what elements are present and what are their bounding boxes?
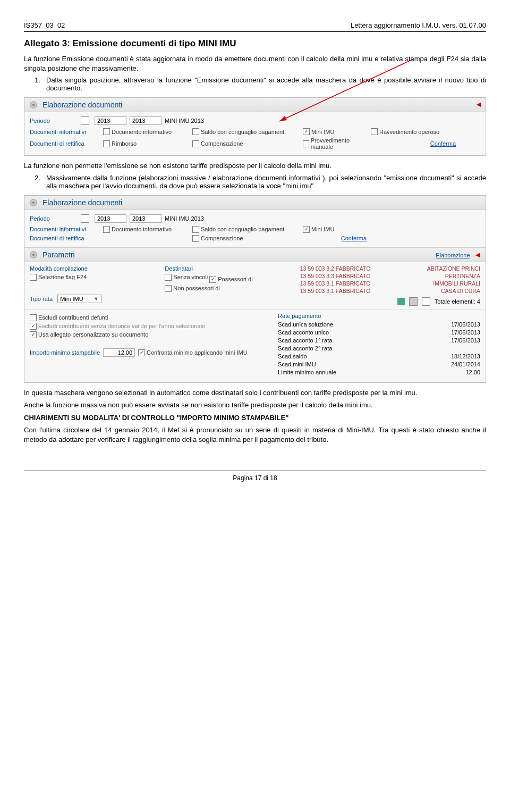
modalita-label: Modalità compilazione: [30, 265, 158, 272]
cb-saldo-conguaglio[interactable]: Saldo con conguaglio pagamenti: [192, 128, 299, 135]
year-to[interactable]: 2013: [130, 116, 162, 125]
screenshot-elaborazione-1: Elaborazione documenti ◄ Periodo 2013 20…: [24, 97, 486, 156]
step1-num: 1.: [35, 76, 46, 92]
doc-code: IS357_03_02: [24, 21, 65, 29]
doc-version: Lettera aggiornamento I.M.U. vers. 01.07…: [351, 21, 486, 29]
svg-point-7: [32, 253, 35, 256]
totale-elementi: Totale elementi: 4: [435, 298, 480, 305]
svg-point-5: [32, 201, 35, 204]
cb-provvedimento[interactable]: Provvedimento manuale: [303, 137, 367, 150]
destinatari-label: Destinatari: [165, 265, 293, 272]
grid-icon[interactable]: [409, 297, 418, 306]
cb-rimborso[interactable]: Rimborso: [103, 140, 188, 147]
svg-point-3: [32, 104, 35, 106]
cb-documento-informativo[interactable]: Documento informativo: [103, 128, 188, 135]
gear-icon: [29, 198, 38, 207]
cb-compensazione[interactable]: Compensazione: [192, 140, 299, 147]
cb-senza-vincoli[interactable]: Senza vincoli: [165, 274, 208, 281]
gear-icon: [29, 250, 38, 259]
elaborazione-link[interactable]: Elaborazione: [436, 252, 470, 258]
panel-title: Elaborazione documenti: [42, 198, 122, 207]
docinf-label: Documenti informativi: [30, 226, 99, 232]
importo-label: Importo minimo stampabile: [30, 349, 100, 356]
panel-title: Elaborazione documenti: [42, 101, 122, 109]
cb-escludi-defunti[interactable]: Escludi contribuenti defunti: [30, 314, 273, 321]
step1-text: Dalla singola posizione, attraverso la f…: [46, 76, 486, 92]
cb-compensazione[interactable]: Compensazione: [192, 235, 299, 242]
periodo-label: Periodo: [30, 118, 78, 124]
conferma-link[interactable]: Conferma: [371, 140, 456, 147]
fabbricati-list: 13 59 003 3.2 FABBRICATOABITAZIONE PRINC…: [300, 265, 480, 306]
importo-input[interactable]: 12,00: [103, 348, 135, 357]
para-destinatari: In questa maschera vengono selezionati i…: [24, 388, 486, 398]
docrett-label: Documenti di rettifica: [30, 235, 99, 241]
cb-confronta-minimo[interactable]: Confronta minimo applicando mini IMU: [138, 349, 248, 356]
year-from[interactable]: 2013: [95, 214, 126, 223]
page-footer: Pagina 17 di 18: [24, 471, 486, 482]
doc-icon[interactable]: [422, 297, 430, 306]
gear-icon: [29, 100, 38, 110]
run-icon[interactable]: ◄: [474, 250, 481, 259]
parametri-title: Parametri: [42, 250, 75, 259]
docrett-label: Documenti di rettifica: [30, 140, 99, 147]
year-from[interactable]: 2013: [95, 116, 126, 125]
step2-text: Massivamente dalla funzione (elaborazion…: [46, 174, 486, 190]
docinf-label: Documenti informativi: [30, 129, 99, 135]
cb-usa-allegato[interactable]: Usa allegato personalizzato su documento: [30, 331, 273, 338]
conferma-link[interactable]: Conferma: [303, 235, 367, 241]
periodo-desc: MINI IMU 2013: [165, 118, 480, 124]
cb-selezione-flag[interactable]: Selezione flag F24: [30, 274, 87, 281]
cb-documento-informativo[interactable]: Documento informativo: [103, 226, 188, 233]
tiporata-label: Tipo rata: [30, 296, 53, 302]
cb-mini-imu[interactable]: Mini IMU: [303, 128, 367, 135]
tiporata-dropdown[interactable]: Mini IMU▼: [57, 295, 101, 303]
calendar-icon[interactable]: [81, 214, 89, 223]
chiarimenti-heading: CHIARIMENTI SU MODALITA' DI CONTROLLO "I…: [24, 413, 486, 423]
cb-escludi-senza-denunce: Escludi contribuenti senza denunce valid…: [30, 323, 273, 330]
intro-text: La funzione Emissione documenti è stata …: [24, 54, 486, 73]
screenshot-elaborazione-2: Elaborazione documenti Periodo 2013 2013…: [24, 195, 486, 383]
para-circolare: Con l'ultima circolare del 14 gennaio 20…: [24, 425, 486, 444]
step2-num: 2.: [35, 174, 46, 190]
year-to[interactable]: 2013: [130, 214, 162, 223]
close-icon[interactable]: ◄: [475, 100, 482, 108]
cb-mini-imu[interactable]: Mini IMU: [303, 226, 367, 233]
periodo-label: Periodo: [30, 215, 78, 222]
cb-possessori[interactable]: Possessori di: [209, 276, 252, 283]
cb-ravvedimento[interactable]: Ravvedimento operoso: [371, 128, 456, 135]
cb-non-possessori[interactable]: Non possessori di: [165, 285, 219, 292]
calendar-icon[interactable]: [81, 116, 89, 125]
periodo-desc: MINI IMU 2013: [165, 215, 480, 222]
para-massiva: Anche la funzione massiva non può essere…: [24, 400, 486, 410]
excel-icon[interactable]: [397, 298, 405, 305]
chevron-down-icon: ▼: [94, 296, 99, 302]
note-after-ss1: La funzione non permette l'emissione se …: [24, 161, 486, 171]
rate-pagamento-label: Rate pagamento: [278, 313, 480, 319]
page-title: Allegato 3: Emissione documenti di tipo …: [24, 38, 486, 49]
cb-saldo-conguaglio[interactable]: Saldo con conguaglio pagamenti: [192, 226, 299, 233]
